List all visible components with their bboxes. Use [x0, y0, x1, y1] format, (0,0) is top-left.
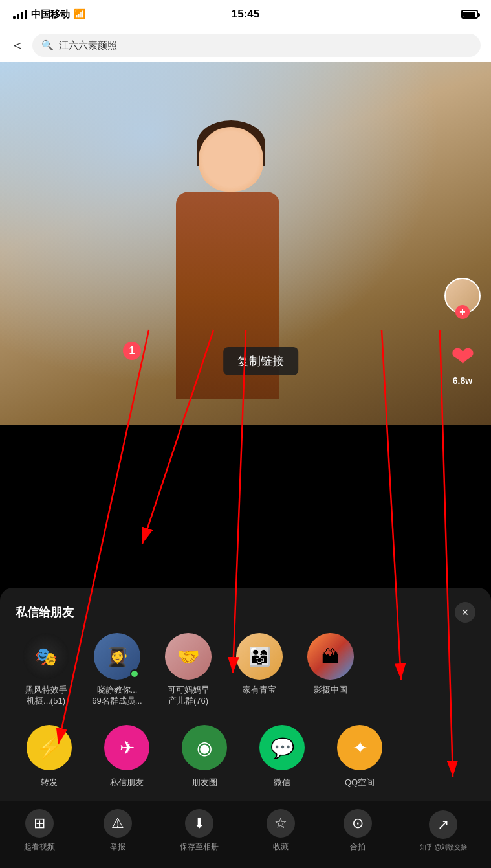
- copy-link-tooltip[interactable]: 复制链接: [223, 347, 298, 375]
- search-icon: 🔍: [41, 39, 54, 51]
- report-label: 举报: [110, 841, 125, 852]
- forward-icon-circle: ⚡: [27, 725, 72, 770]
- share-qq-zone[interactable]: ✦ QQ空间: [321, 725, 398, 788]
- qq-zone-label: QQ空间: [345, 777, 375, 788]
- friend-avatar: 🏔: [307, 633, 354, 680]
- back-button[interactable]: ＜: [10, 36, 25, 55]
- battery-area: [461, 10, 478, 19]
- friend-avatar-inner: 🎭: [23, 633, 69, 680]
- friend-item[interactable]: 👩‍🎓 晓静教你...69名群成员...: [82, 633, 153, 707]
- status-time: 15:45: [232, 8, 259, 21]
- signal-icon: [13, 10, 27, 19]
- favorite-icon: ☆: [267, 809, 295, 838]
- friend-avatar: 👨‍👩‍👧: [236, 633, 283, 680]
- battery-icon: [461, 10, 478, 19]
- like-button[interactable]: ❤ 6.8w: [451, 340, 475, 386]
- watch-together-label: 起看视频: [24, 841, 55, 852]
- favorite-label: 收藏: [273, 841, 289, 852]
- friend-item[interactable]: 👨‍👩‍👧 家有青宝: [224, 633, 295, 707]
- action-collab[interactable]: ⊙ 合拍: [344, 809, 372, 852]
- dm-icon: ✈: [120, 737, 135, 759]
- zhihu-icon: ↗: [429, 810, 457, 839]
- zhihu-label: 知乎 @刘赣交接: [420, 843, 467, 852]
- search-input-wrapper[interactable]: 🔍 汪六六素颜照: [32, 34, 481, 57]
- status-bar: 中国移动 📶 15:45: [0, 0, 491, 28]
- moments-icon: ◉: [197, 737, 212, 759]
- friends-row[interactable]: 🎭 黑风特效手机摄...(51) 👩‍🎓 晓静教你...69名群成员... 🤝 …: [0, 633, 491, 720]
- forward-icon: ⚡: [36, 735, 62, 760]
- report-icon: ⚠: [104, 809, 132, 838]
- collab-icon: ⊙: [344, 809, 372, 838]
- qq-zone-icon: ✦: [353, 737, 367, 759]
- collab-label: 合拍: [350, 841, 366, 852]
- video-area[interactable]: + ❤ 6.8w 1 复制链接: [0, 62, 491, 425]
- wifi-icon: 📶: [74, 8, 86, 20]
- save-icon: ⬇: [185, 809, 213, 838]
- wechat-icon-circle: 💬: [259, 725, 305, 770]
- wechat-icon: 💬: [270, 737, 294, 759]
- friend-item[interactable]: 🤝 可可妈妈早产儿群(76): [153, 633, 224, 707]
- share-moments[interactable]: ◉ 朋友圈: [166, 725, 243, 788]
- action-save[interactable]: ⬇ 保存至相册: [180, 809, 219, 852]
- search-bar: ＜ 🔍 汪六六素颜照: [0, 28, 491, 62]
- friend-avatar-inner: 👨‍👩‍👧: [236, 633, 283, 680]
- like-count: 6.8w: [453, 375, 472, 386]
- online-indicator: [130, 669, 139, 678]
- search-query: 汪六六素颜照: [59, 39, 117, 52]
- friend-avatar-inner: 🏔: [307, 633, 354, 680]
- friend-name: 影摄中国: [314, 685, 347, 696]
- heart-icon: ❤: [451, 340, 475, 373]
- friend-avatar-inner: 🤝: [165, 633, 212, 680]
- friend-name: 黑风特效手机摄...(51): [25, 685, 67, 707]
- carrier-name: 中国移动: [31, 8, 70, 21]
- friend-item[interactable]: 🎭 黑风特效手机摄...(51): [10, 633, 82, 707]
- share-dm[interactable]: ✈ 私信朋友: [88, 725, 166, 788]
- friend-name: 家有青宝: [243, 685, 276, 696]
- follow-button[interactable]: +: [455, 305, 470, 319]
- sheet-title: 私信给朋友: [16, 605, 74, 620]
- carrier-info: 中国移动 📶: [13, 8, 86, 21]
- dm-label: 私信朋友: [110, 777, 144, 788]
- friend-avatar: 👩‍🎓: [94, 633, 140, 680]
- bottom-action-bar: ⊞ 起看视频 ⚠ 举报 ⬇ 保存至相册 ☆ 收藏 ⊙ 合拍 ↗ 知乎 @刘赣交接: [0, 801, 491, 868]
- creator-avatar-area[interactable]: +: [444, 278, 481, 314]
- watch-together-icon: ⊞: [25, 809, 54, 838]
- figure-head: [199, 127, 263, 192]
- friend-name: 晓静教你...69名群成员...: [92, 685, 142, 707]
- friend-avatar: 🎭: [23, 633, 69, 680]
- forward-label: 转发: [41, 777, 58, 788]
- wechat-label: 微信: [274, 777, 290, 788]
- moments-label: 朋友圈: [192, 777, 217, 788]
- friend-name: 可可妈妈早产儿群(76): [168, 685, 210, 707]
- friend-avatar: 🤝: [165, 633, 212, 680]
- friend-item[interactable]: 🏔 影摄中国: [295, 633, 366, 707]
- close-button[interactable]: ×: [455, 602, 475, 623]
- share-bottom-sheet: 私信给朋友 × 🎭 黑风特效手机摄...(51) 👩‍🎓 晓静教你...69名群…: [0, 588, 491, 868]
- share-actions-row: ⚡ 转发 ✈ 私信朋友 ◉ 朋友圈 💬 微信 ✦ QQ空间: [0, 720, 491, 801]
- action-zhihu[interactable]: ↗ 知乎 @刘赣交接: [420, 810, 467, 852]
- notification-badge: 1: [123, 342, 141, 360]
- action-favorite[interactable]: ☆ 收藏: [267, 809, 295, 852]
- moments-icon-circle: ◉: [182, 725, 227, 770]
- save-label: 保存至相册: [180, 841, 219, 852]
- sheet-header: 私信给朋友 ×: [0, 588, 491, 633]
- video-right-sidebar: + ❤ 6.8w: [444, 278, 481, 386]
- action-watch-together[interactable]: ⊞ 起看视频: [24, 809, 55, 852]
- share-wechat[interactable]: 💬 微信: [243, 725, 321, 788]
- share-forward[interactable]: ⚡ 转发: [10, 725, 88, 788]
- qq-zone-icon-circle: ✦: [337, 725, 382, 770]
- dm-icon-circle: ✈: [104, 725, 149, 770]
- action-report[interactable]: ⚠ 举报: [104, 809, 132, 852]
